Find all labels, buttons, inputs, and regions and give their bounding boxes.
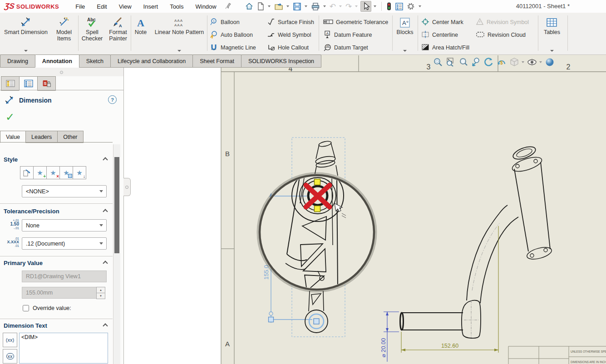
geometric-tolerance-button[interactable]: Geometric Tolerance xyxy=(323,17,388,27)
view-settings-icon[interactable] xyxy=(544,56,555,68)
format-painter-button[interactable]: A Format Painter xyxy=(105,15,131,53)
magnetic-line-button[interactable]: Magnetic Line xyxy=(210,43,256,53)
datum-feature-button[interactable]: A Datum Feature xyxy=(323,30,372,40)
menu-tools[interactable]: Tools xyxy=(170,3,183,10)
spinner-up-icon[interactable]: ▲ xyxy=(96,287,105,293)
open-dropdown[interactable] xyxy=(286,5,289,7)
style-collapse-icon[interactable] xyxy=(103,157,107,161)
panel-collapse-handle[interactable] xyxy=(123,178,131,196)
dimension-diameter-text[interactable]: ⌀ 20.00 xyxy=(380,338,387,357)
hide-show-items-dropdown[interactable] xyxy=(539,61,542,63)
balloon-button[interactable]: 1 Balloon xyxy=(210,17,240,27)
inspection-dimension-button[interactable]: xx xyxy=(3,349,17,364)
spinner-down-icon[interactable]: ▼ xyxy=(96,293,105,299)
interference-check-button[interactable] xyxy=(385,1,393,11)
subtab-other[interactable]: Other xyxy=(57,131,83,143)
surface-finish-button[interactable]: Surface Finish xyxy=(267,17,314,27)
select-dropdown[interactable] xyxy=(374,5,376,7)
pin-menu-icon[interactable] xyxy=(225,2,232,11)
add-style-button[interactable]: ★+ xyxy=(33,166,47,179)
help-icon[interactable]: ? xyxy=(108,95,117,104)
precision-select[interactable]: .12 (Document) xyxy=(22,237,107,250)
tolerance-collapse-icon[interactable] xyxy=(103,209,107,212)
tab-annotation[interactable]: Annotation xyxy=(35,54,79,68)
tolerance-section-header[interactable]: Tolerance/Precision xyxy=(4,208,59,215)
subtab-value[interactable]: Value xyxy=(0,131,26,143)
dimension-text-section-header[interactable]: Dimension Text xyxy=(4,322,47,329)
tab-feature-manager[interactable] xyxy=(1,76,20,91)
zoom-to-area-icon[interactable] xyxy=(445,56,456,68)
splitter-dot-icon[interactable] xyxy=(60,71,63,74)
blocks-button[interactable]: A° Blocks xyxy=(394,15,416,53)
centerline-button[interactable]: Centerline xyxy=(421,30,458,40)
tab-configuration[interactable]: S xyxy=(37,76,56,91)
smart-dimension-button[interactable]: Smart Dimension xyxy=(2,15,50,53)
override-value-checkbox[interactable] xyxy=(23,305,29,311)
primary-value-section-header[interactable]: Primary Value xyxy=(4,260,43,266)
tab-lifecycle-collaboration[interactable]: Lifecycle and Collaboration xyxy=(110,54,193,68)
note-button[interactable]: A Note xyxy=(133,15,149,53)
menu-window[interactable]: Window xyxy=(195,3,216,10)
zoom-to-selection-icon[interactable] xyxy=(470,56,482,68)
menu-insert[interactable]: Insert xyxy=(143,3,158,10)
smart-dimension-dropdown[interactable] xyxy=(24,50,28,52)
menu-edit[interactable]: Edit xyxy=(97,3,107,10)
parentheses-button[interactable]: (xx) xyxy=(3,333,17,347)
redo-dropdown[interactable] xyxy=(355,5,358,7)
tab-sheet-format[interactable]: Sheet Format xyxy=(192,54,241,68)
new-document-dropdown[interactable] xyxy=(268,5,271,7)
select-tool-button[interactable] xyxy=(360,1,371,12)
tab-solidworks-inspection[interactable]: SOLIDWORKS Inspection xyxy=(241,54,321,68)
spell-checker-button[interactable]: Abc Spell Checker xyxy=(80,15,104,53)
model-items-button[interactable]: Model Items xyxy=(51,15,77,53)
options-dropdown[interactable] xyxy=(419,5,421,7)
subtab-leaders[interactable]: Leaders xyxy=(25,131,58,143)
3d-drawing-view-icon[interactable]: $ xyxy=(496,56,507,68)
home-button[interactable] xyxy=(244,1,255,11)
style-select[interactable]: <NONE> xyxy=(22,185,107,197)
dimension-name-field[interactable]: RD1@Drawing View1 xyxy=(22,271,107,282)
dimension-text-collapse-icon[interactable] xyxy=(103,323,107,327)
new-document-button[interactable] xyxy=(256,1,266,11)
area-hatch-fill-button[interactable]: Area Hatch/Fill xyxy=(421,43,469,53)
zoom-fit-icon[interactable] xyxy=(432,56,443,68)
command-list-button[interactable] xyxy=(394,2,404,11)
scrollbar-thumb[interactable] xyxy=(114,157,119,253)
dimension-152-60-text[interactable]: 152.60 xyxy=(441,343,458,349)
load-style-button[interactable]: ★↓ xyxy=(73,166,86,179)
save-dropdown[interactable] xyxy=(305,5,307,7)
primary-value-collapse-icon[interactable] xyxy=(103,261,107,264)
tab-drawing[interactable]: Drawing xyxy=(0,54,35,68)
tolerance-type-select[interactable]: None xyxy=(22,219,107,231)
style-section-header[interactable]: Style xyxy=(4,156,18,163)
open-button[interactable] xyxy=(273,2,284,11)
save-style-button[interactable]: ★ xyxy=(59,166,73,179)
undo-dropdown[interactable] xyxy=(339,5,342,7)
dimension-text-input[interactable]: <DIM> xyxy=(19,333,108,364)
options-gear-button[interactable] xyxy=(405,1,416,11)
center-mark-button[interactable]: Center Mark xyxy=(421,17,463,27)
ok-check-icon[interactable]: ✓ xyxy=(5,112,15,123)
menu-file[interactable]: File xyxy=(75,3,85,10)
no-favorite-style-button[interactable] xyxy=(20,166,34,179)
datum-target-button[interactable]: AT Datum Target xyxy=(323,43,368,53)
dimension-value-field[interactable]: 155.00mm xyxy=(22,287,97,299)
delete-style-button[interactable]: ★× xyxy=(46,166,60,179)
redo-button[interactable]: ↷ xyxy=(345,1,353,12)
zoom-in-out-icon[interactable] xyxy=(458,56,469,68)
revision-cloud-button[interactable]: Revision Cloud xyxy=(476,30,526,40)
print-button[interactable] xyxy=(310,2,321,11)
panel-scrollbar[interactable] xyxy=(113,144,120,364)
hide-show-items-icon[interactable] xyxy=(526,56,537,68)
tables-button[interactable]: Tables xyxy=(540,15,564,53)
print-dropdown[interactable] xyxy=(323,5,326,7)
auto-balloon-button[interactable]: Auto Balloon xyxy=(210,30,253,40)
tab-sketch[interactable]: Sketch xyxy=(79,54,111,68)
linear-note-pattern-button[interactable]: AAAAAA Linear Note Pattern xyxy=(150,15,209,53)
linear-note-pattern-dropdown[interactable] xyxy=(177,50,181,52)
tab-property-manager[interactable] xyxy=(19,76,38,91)
menu-view[interactable]: View xyxy=(119,3,132,10)
rotate-view-icon[interactable] xyxy=(483,56,494,68)
tables-dropdown[interactable] xyxy=(550,50,554,52)
blocks-dropdown[interactable] xyxy=(403,50,407,52)
